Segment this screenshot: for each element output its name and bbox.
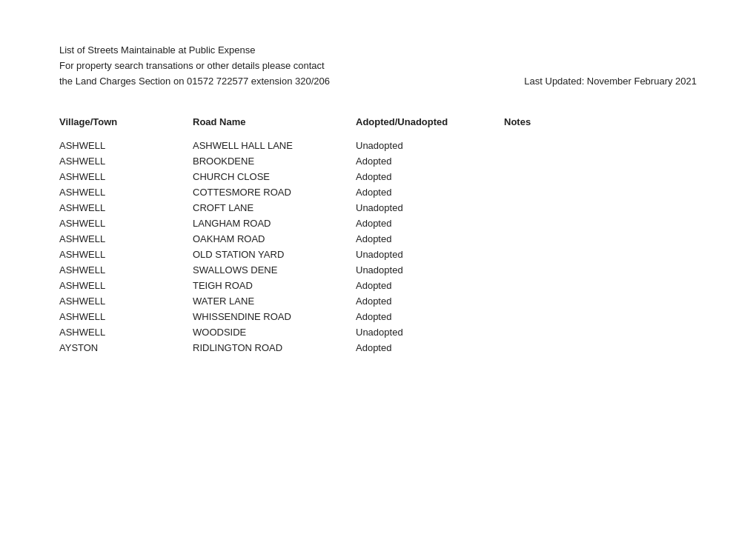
header-last-updated: Last Updated: November February 2021 <box>524 76 697 87</box>
col-header-village: Village/Town <box>59 116 193 127</box>
table-body: ASHWELL ASHWELL HALL LANE Unadopted ASHW… <box>59 138 697 356</box>
table-row: ASHWELL COTTESMORE ROAD Adopted <box>59 184 697 200</box>
cell-notes <box>504 202 697 213</box>
streets-table: Village/Town Road Name Adopted/Unadopted… <box>59 116 697 356</box>
cell-status: Unadopted <box>356 249 504 260</box>
table-row: ASHWELL ASHWELL HALL LANE Unadopted <box>59 138 697 153</box>
cell-village: ASHWELL <box>59 280 193 291</box>
col-header-notes: Notes <box>504 116 697 127</box>
cell-village: ASHWELL <box>59 202 193 213</box>
cell-notes <box>504 327 697 338</box>
cell-village: ASHWELL <box>59 249 193 260</box>
cell-status: Adopted <box>356 233 504 244</box>
cell-village: ASHWELL <box>59 311 193 322</box>
cell-status: Unadopted <box>356 327 504 338</box>
cell-village: ASHWELL <box>59 218 193 229</box>
cell-notes <box>504 311 697 322</box>
cell-road: WOODSIDE <box>193 327 356 338</box>
table-row: ASHWELL SWALLOWS DENE Unadopted <box>59 262 697 278</box>
header-line2: For property search transations or other… <box>59 60 697 71</box>
cell-village: ASHWELL <box>59 156 193 167</box>
cell-village: ASHWELL <box>59 296 193 307</box>
cell-status: Unadopted <box>356 264 504 276</box>
cell-notes <box>504 171 697 182</box>
cell-road: LANGHAM ROAD <box>193 218 356 229</box>
cell-road: TEIGH ROAD <box>193 280 356 291</box>
cell-road: OAKHAM ROAD <box>193 233 356 244</box>
cell-notes <box>504 187 697 198</box>
table-row: ASHWELL OAKHAM ROAD Adopted <box>59 231 697 247</box>
cell-notes <box>504 233 697 244</box>
header-line1: List of Streets Maintainable at Public E… <box>59 44 697 56</box>
header-line3: the Land Charges Section on 01572 722577… <box>59 76 697 87</box>
table-row: ASHWELL BROOKDENE Adopted <box>59 153 697 169</box>
cell-status: Adopted <box>356 156 504 167</box>
table-row: ASHWELL TEIGH ROAD Adopted <box>59 278 697 293</box>
cell-road: CROFT LANE <box>193 202 356 213</box>
cell-status: Adopted <box>356 342 504 353</box>
cell-notes <box>504 218 697 229</box>
cell-road: OLD STATION YARD <box>193 249 356 260</box>
cell-status: Adopted <box>356 296 504 307</box>
cell-road: WATER LANE <box>193 296 356 307</box>
cell-village: ASHWELL <box>59 264 193 276</box>
cell-status: Unadopted <box>356 140 504 151</box>
cell-status: Adopted <box>356 171 504 182</box>
header-contact-info: the Land Charges Section on 01572 722577… <box>59 76 330 87</box>
cell-status: Adopted <box>356 187 504 198</box>
table-row: ASHWELL WHISSENDINE ROAD Adopted <box>59 309 697 324</box>
cell-village: ASHWELL <box>59 327 193 338</box>
cell-status: Adopted <box>356 218 504 229</box>
cell-status: Unadopted <box>356 202 504 213</box>
col-header-status: Adopted/Unadopted <box>356 116 504 127</box>
table-row: ASHWELL LANGHAM ROAD Adopted <box>59 216 697 231</box>
cell-road: ASHWELL HALL LANE <box>193 140 356 151</box>
header-section: List of Streets Maintainable at Public E… <box>59 44 697 87</box>
table-row: ASHWELL CHURCH CLOSE Adopted <box>59 169 697 184</box>
cell-village: ASHWELL <box>59 140 193 151</box>
cell-road: CHURCH CLOSE <box>193 171 356 182</box>
header-text-2: For property search transations or other… <box>59 60 325 71</box>
cell-notes <box>504 249 697 260</box>
cell-village: ASHWELL <box>59 187 193 198</box>
cell-notes <box>504 280 697 291</box>
cell-notes <box>504 156 697 167</box>
col-header-road: Road Name <box>193 116 356 127</box>
table-row: ASHWELL OLD STATION YARD Unadopted <box>59 247 697 262</box>
table-row: ASHWELL CROFT LANE Unadopted <box>59 200 697 216</box>
table-row: ASHWELL WATER LANE Adopted <box>59 293 697 309</box>
cell-road: SWALLOWS DENE <box>193 264 356 276</box>
cell-notes <box>504 264 697 276</box>
header-line3-left: the Land Charges Section on 01572 722577… <box>59 76 494 87</box>
table-row: AYSTON RIDLINGTON ROAD Adopted <box>59 340 697 356</box>
cell-notes <box>504 342 697 353</box>
cell-status: Adopted <box>356 280 504 291</box>
cell-road: COTTESMORE ROAD <box>193 187 356 198</box>
table-header-row: Village/Town Road Name Adopted/Unadopted… <box>59 116 697 132</box>
cell-status: Adopted <box>356 311 504 322</box>
cell-road: WHISSENDINE ROAD <box>193 311 356 322</box>
cell-village: ASHWELL <box>59 171 193 182</box>
table-row: ASHWELL WOODSIDE Unadopted <box>59 324 697 340</box>
cell-village: AYSTON <box>59 342 193 353</box>
cell-notes <box>504 140 697 151</box>
cell-notes <box>504 296 697 307</box>
cell-road: BROOKDENE <box>193 156 356 167</box>
header-text-1: List of Streets Maintainable at Public E… <box>59 44 255 56</box>
last-updated-text: Last Updated: November February 2021 <box>524 76 697 87</box>
cell-village: ASHWELL <box>59 233 193 244</box>
cell-road: RIDLINGTON ROAD <box>193 342 356 353</box>
